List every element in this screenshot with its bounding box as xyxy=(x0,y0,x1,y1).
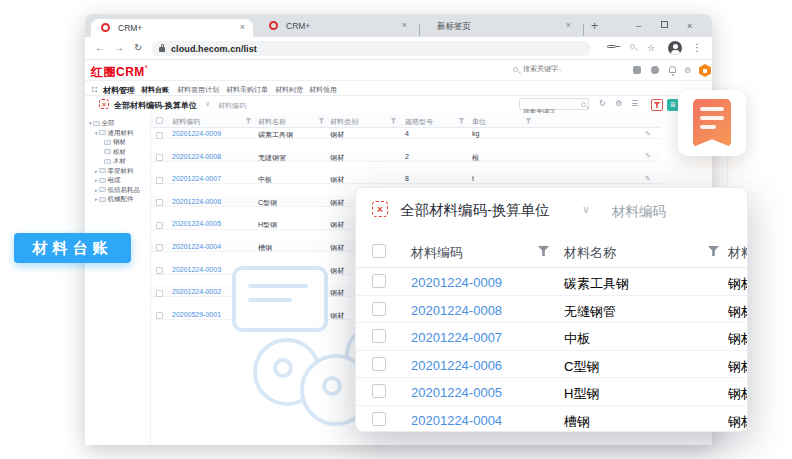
funnel-icon[interactable] xyxy=(525,118,532,124)
row-checkbox[interactable] xyxy=(372,302,386,316)
zoom-icon[interactable] xyxy=(630,44,635,49)
reload-icon[interactable]: ↻ xyxy=(134,42,142,53)
material-code-link[interactable]: 20201224-0005 xyxy=(411,385,502,400)
material-code-link[interactable]: 20201224-0007 xyxy=(411,330,502,345)
edit-pencil-icon[interactable]: ✎ xyxy=(645,130,651,138)
header-search[interactable] xyxy=(513,64,598,77)
material-code-link[interactable]: 20201224-0004 xyxy=(411,413,502,428)
material-code-link[interactable]: 20201224-0002 xyxy=(172,288,221,295)
tab-crm-active[interactable]: CRM+ × xyxy=(91,19,253,37)
gear-icon[interactable]: ⚙ xyxy=(615,99,622,108)
filter-button[interactable] xyxy=(651,99,663,111)
gear-icon[interactable]: ⚙ xyxy=(684,66,691,75)
funnel-icon[interactable] xyxy=(390,118,397,124)
row-checkbox[interactable] xyxy=(156,267,163,274)
select-all-checkbox[interactable] xyxy=(372,244,386,258)
tree-item-all[interactable]: ▾全部 xyxy=(85,119,150,129)
funnel-icon[interactable] xyxy=(245,118,252,124)
material-code-link[interactable]: 20201224-0003 xyxy=(172,266,221,273)
tab-new-page[interactable]: 新标签页 × xyxy=(423,14,581,37)
lock-icon[interactable] xyxy=(633,66,641,74)
nav-item-purchase-order[interactable]: 材料采购订单 xyxy=(226,85,268,95)
row-checkbox[interactable] xyxy=(372,329,386,343)
tab-close-icon[interactable]: × xyxy=(566,20,571,30)
material-code-link[interactable]: 20201224-0005 xyxy=(172,220,221,227)
forward-icon[interactable]: → xyxy=(114,42,124,53)
row-checkbox[interactable] xyxy=(156,177,163,184)
material-code-link[interactable]: 20201224-0004 xyxy=(172,243,221,250)
tree-item-general[interactable]: ▾通用材料 xyxy=(85,129,150,139)
list-title[interactable]: 全部材料编码-换算单位 xyxy=(114,100,197,111)
menu-dots-icon[interactable]: ⋮ xyxy=(692,42,702,53)
edit-pencil-icon[interactable]: ✎ xyxy=(645,152,651,160)
tree-item-wood[interactable]: 木材 xyxy=(85,157,150,167)
select-all-checkbox[interactable] xyxy=(156,117,163,124)
callout-row[interactable]: 20201224-0007中板钢材 xyxy=(356,323,747,351)
funnel-icon[interactable] xyxy=(708,246,719,256)
chevron-down-icon[interactable]: ∨ xyxy=(205,100,210,108)
tree-item-misc[interactable]: ▸零星材料 xyxy=(85,167,150,177)
table-row[interactable]: 20201224-0008无缝钢管钢材2根✎ xyxy=(151,151,661,162)
star-icon[interactable]: ☆ xyxy=(647,43,655,53)
key-icon[interactable] xyxy=(607,45,616,48)
tree-item-cable[interactable]: ▸电缆 xyxy=(85,176,150,186)
callout-row[interactable]: 20201224-0005H型钢钢材 xyxy=(356,378,747,406)
material-code-link[interactable]: 20201224-0008 xyxy=(172,153,221,160)
tab-crm-2[interactable]: CRM+ × xyxy=(257,14,417,37)
material-code-link[interactable]: 20201224-0007 xyxy=(172,175,221,182)
minimize-button[interactable]: – xyxy=(636,21,641,31)
funnel-icon[interactable] xyxy=(318,118,325,124)
tab-close-icon[interactable]: × xyxy=(240,22,245,32)
nav-item-ledger[interactable]: 材料台账 xyxy=(141,85,169,95)
row-checkbox[interactable] xyxy=(372,357,386,371)
material-code-link[interactable]: 20201224-0008 xyxy=(411,303,502,318)
row-checkbox[interactable] xyxy=(156,154,163,161)
row-checkbox[interactable] xyxy=(156,290,163,297)
callout-row[interactable]: 20201224-0004槽钢钢材 xyxy=(356,406,747,433)
url-field[interactable]: cloud.hecom.cn/list xyxy=(151,41,591,56)
bell-icon[interactable] xyxy=(669,66,676,73)
callout-row[interactable]: 20201224-0009碳素工具钢钢材 xyxy=(356,268,747,296)
tab-close-icon[interactable]: × xyxy=(402,20,407,30)
row-checkbox[interactable] xyxy=(372,412,386,426)
tree-item-steel[interactable]: 钢材 xyxy=(85,138,150,148)
material-code-link[interactable]: 20201224-0009 xyxy=(172,130,221,137)
new-tab-button[interactable]: + xyxy=(591,19,598,33)
header-search-input[interactable] xyxy=(523,65,593,72)
nav-item-requisition[interactable]: 材料领用 xyxy=(309,85,337,95)
table-row[interactable]: 20201224-0007中板钢材8t✎ xyxy=(151,173,661,184)
back-icon[interactable]: ← xyxy=(95,42,105,53)
material-code-link[interactable]: 20201224-0006 xyxy=(411,358,502,373)
tree-item-plate[interactable]: 板材 xyxy=(85,148,150,158)
nav-item-arrival[interactable]: 材料到货 xyxy=(275,85,303,95)
apps-grid-icon[interactable] xyxy=(91,86,98,93)
tree-item-machine-parts[interactable]: ▸机械配件 xyxy=(85,195,150,205)
table-row[interactable]: 20201224-0009碳素工具钢钢材4kg✎ xyxy=(151,128,661,139)
tree-item-consumables[interactable]: ▸低值易耗品 xyxy=(85,186,150,196)
row-checkbox[interactable] xyxy=(156,244,163,251)
chevron-down-icon[interactable]: ∨ xyxy=(582,203,590,216)
row-checkbox[interactable] xyxy=(156,222,163,229)
edit-pencil-icon[interactable]: ✎ xyxy=(645,175,651,183)
material-code-link[interactable]: 20201224-0009 xyxy=(411,275,502,290)
maximize-button[interactable] xyxy=(661,19,668,28)
close-window-button[interactable]: × xyxy=(687,21,692,31)
callout-row[interactable]: 20201224-0006C型钢钢材 xyxy=(356,351,747,379)
row-checkbox[interactable] xyxy=(156,132,163,139)
row-checkbox[interactable] xyxy=(156,312,163,319)
row-checkbox[interactable] xyxy=(372,274,386,288)
callout-row[interactable]: 20201224-0008无缝钢管钢材 xyxy=(356,296,747,324)
material-code-link[interactable]: 20201224-0006 xyxy=(172,198,221,205)
funnel-icon[interactable] xyxy=(458,118,465,124)
columns-icon[interactable]: ☰ xyxy=(631,99,638,108)
refresh-icon[interactable]: ↻ xyxy=(599,99,606,108)
user-avatar-badge[interactable] xyxy=(699,64,711,77)
nav-item-demand-plan[interactable]: 材料需用计划 xyxy=(177,85,219,95)
nav-group-label[interactable]: 材料管理 xyxy=(103,85,135,96)
row-checkbox[interactable] xyxy=(156,199,163,206)
row-checkbox[interactable] xyxy=(372,384,386,398)
material-code-link[interactable]: 20200529-0001 xyxy=(172,311,221,318)
profile-avatar[interactable] xyxy=(668,41,682,55)
list-search[interactable] xyxy=(519,98,589,110)
globe-icon[interactable] xyxy=(651,66,659,74)
